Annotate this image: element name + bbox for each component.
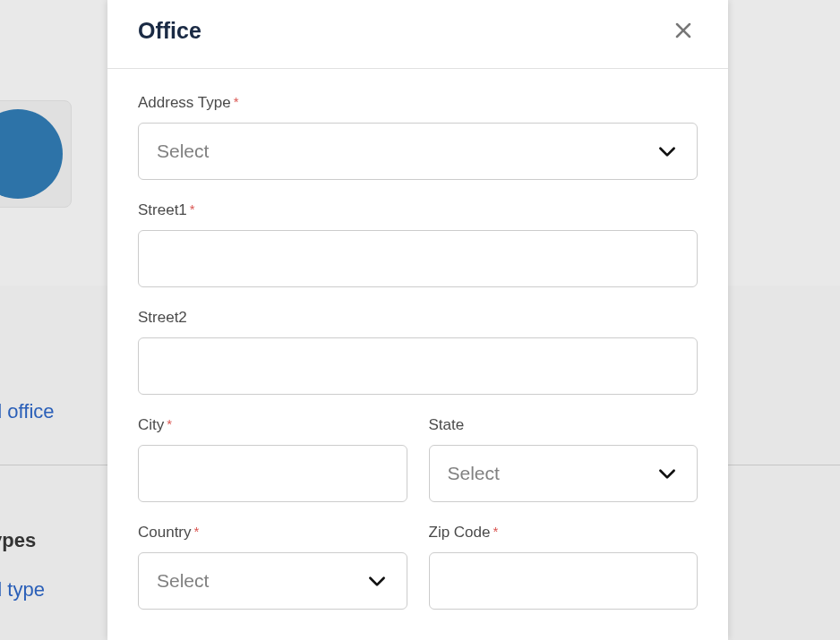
required-mark: * (493, 524, 498, 539)
street1-label-text: Street1 (138, 201, 187, 218)
state-select-value: Select (448, 463, 656, 484)
address-type-field: Address Type* Select (138, 94, 698, 180)
address-type-label: Address Type* (138, 94, 698, 112)
close-button[interactable] (669, 16, 698, 45)
modal-header: Office (107, 0, 728, 69)
street2-input[interactable] (138, 337, 698, 395)
modal-body: Address Type* Select Street1* Street2 Ci… (107, 69, 728, 631)
logo-circle-icon (0, 109, 63, 199)
background-add-office-link: d office (0, 400, 55, 423)
office-modal: Office Address Type* Select Street1* Str… (107, 0, 728, 640)
background-types-heading: ypes (0, 529, 36, 552)
address-type-label-text: Address Type (138, 94, 231, 111)
country-field: Country* Select (138, 524, 407, 610)
required-mark: * (190, 201, 195, 217)
state-field: State Select (429, 416, 699, 502)
required-mark: * (194, 524, 200, 539)
required-mark: * (167, 416, 172, 431)
zip-code-label: Zip Code* (429, 524, 699, 542)
country-select[interactable]: Select (138, 552, 407, 610)
chevron-down-icon (365, 569, 389, 593)
city-field: City* (138, 416, 407, 502)
state-label-text: State (429, 416, 465, 433)
city-label: City* (138, 416, 407, 434)
street1-label: Street1* (138, 201, 698, 219)
city-label-text: City (138, 416, 164, 433)
city-input[interactable] (138, 445, 407, 502)
city-state-row: City* State Select (138, 416, 698, 524)
country-select-value: Select (157, 570, 365, 592)
country-zip-row: Country* Select Zip Code* (138, 524, 698, 631)
street2-label: Street2 (138, 309, 698, 327)
address-type-select[interactable]: Select (138, 123, 698, 180)
background-add-type-link: d type (0, 578, 45, 602)
close-icon (673, 20, 694, 41)
street2-field: Street2 (138, 309, 698, 395)
background-logo-box (0, 100, 72, 208)
country-label: Country* (138, 524, 407, 542)
state-select[interactable]: Select (429, 445, 699, 502)
zip-code-label-text: Zip Code (429, 524, 491, 541)
country-label-text: Country (138, 524, 192, 541)
state-label: State (429, 416, 699, 434)
zip-code-field: Zip Code* (429, 524, 699, 610)
street2-label-text: Street2 (138, 309, 187, 326)
chevron-down-icon (656, 140, 679, 163)
required-mark: * (234, 94, 239, 109)
chevron-down-icon (656, 462, 679, 485)
address-type-select-value: Select (157, 141, 656, 162)
modal-title: Office (138, 18, 201, 44)
street1-input[interactable] (138, 230, 698, 287)
street1-field: Street1* (138, 201, 698, 287)
zip-code-input[interactable] (429, 552, 699, 610)
